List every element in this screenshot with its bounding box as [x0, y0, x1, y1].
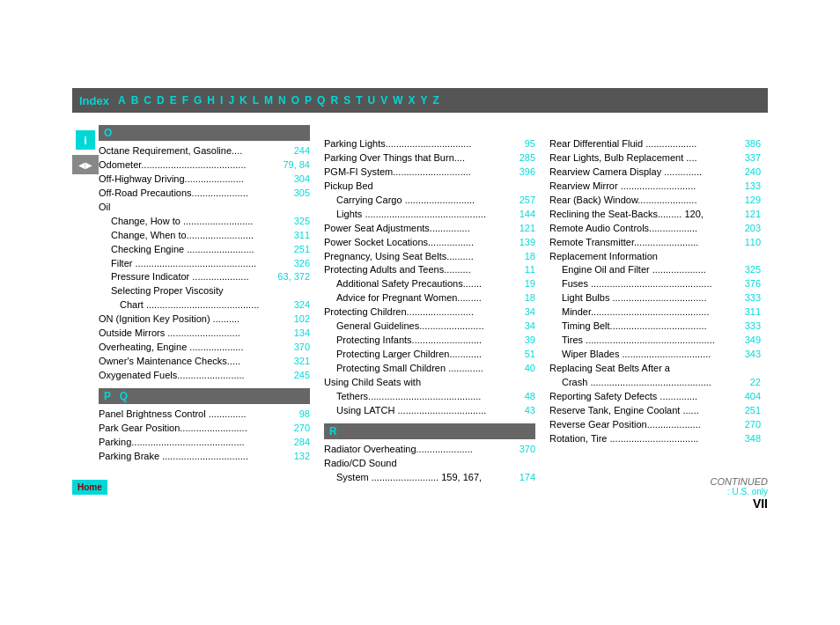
list-item: Off-Road Precautions....................…: [99, 187, 310, 201]
list-item: ON (Ignition Key Position) ..........102: [99, 312, 310, 327]
list-item: Fuses ..................................…: [549, 277, 761, 291]
column-2: Parking Lights..........................…: [317, 120, 542, 485]
list-item: Filter .................................…: [99, 257, 310, 271]
list-item: Engine Oil and Filter ..................…: [549, 263, 761, 277]
column-1: O Octane Requirement, Gasoline....244 Od…: [72, 120, 317, 485]
list-item: Advice for Pregnant Women.........18: [324, 291, 535, 305]
list-item: Outside Mirrors ........................…: [99, 327, 310, 341]
list-item: Overheating, Engine ....................…: [99, 341, 310, 355]
nav-letter-N[interactable]: N: [278, 94, 286, 107]
nav-letter-W[interactable]: W: [393, 94, 402, 107]
list-item: Crash ..................................…: [549, 376, 761, 390]
list-item: Off-Highway Driving.....................…: [99, 173, 310, 187]
nav-letter-P[interactable]: P: [305, 94, 312, 107]
list-item: Using LATCH ............................…: [324, 404, 535, 418]
nav-letter-G[interactable]: G: [194, 94, 202, 107]
nav-letter-Q[interactable]: Q: [317, 94, 325, 107]
nav-letter-D[interactable]: D: [157, 94, 165, 107]
nav-letter-J[interactable]: J: [228, 94, 234, 107]
list-item: Octane Requirement, Gasoline....244: [99, 144, 310, 158]
list-item: Park Gear Position......................…: [99, 422, 310, 436]
list-item: Change, When to.........................…: [99, 229, 310, 243]
nav-letter-R[interactable]: R: [330, 94, 338, 107]
list-item: Protecting Larger Children............51: [324, 348, 535, 362]
nav-letter-B[interactable]: B: [131, 94, 139, 107]
column-3: Rear Differential Fluid ................…: [542, 120, 768, 485]
top-nav-bar: Index ABCDEFGHIJKLMNOPQRSTUVWXYZ: [72, 88, 768, 113]
nav-letter-S[interactable]: S: [343, 94, 350, 107]
list-item: Additional Safety Precautions.......19: [324, 277, 535, 291]
list-item: Lights .................................…: [324, 208, 535, 222]
list-item: Parking Brake ..........................…: [99, 450, 310, 464]
list-item: Power Socket Locations.................1…: [324, 236, 535, 250]
list-item: Pressure Indicator .....................…: [99, 270, 310, 284]
list-item: Protecting Infants......................…: [324, 334, 535, 348]
list-item: Oil: [99, 201, 310, 215]
list-item: Parking Lights..........................…: [324, 137, 535, 151]
list-item: Reserve Tank, Engine Coolant ......251: [549, 404, 761, 418]
section-o-header: O: [99, 125, 310, 141]
list-item: Oxygenated Fuels........................…: [99, 369, 310, 383]
list-item: Protecting Small Children .............4…: [324, 362, 535, 376]
list-item: Parking.................................…: [99, 436, 310, 450]
info-icon[interactable]: i: [76, 130, 95, 150]
list-item: Wiper Blades ...........................…: [549, 348, 761, 362]
list-item: Selecting Proper Viscosity: [99, 284, 310, 298]
list-item: Change, How to .........................…: [99, 215, 310, 229]
list-item: Odometer................................…: [99, 158, 310, 173]
main-content: O Octane Requirement, Gasoline....244 Od…: [72, 120, 768, 485]
section-r-header: R: [324, 423, 535, 439]
nav-letter-C[interactable]: C: [144, 94, 151, 107]
nav-letter-H[interactable]: H: [207, 94, 215, 107]
nav-letter-O[interactable]: O: [291, 94, 299, 107]
list-item: General Guidelines......................…: [324, 320, 535, 334]
nav-letter-I[interactable]: I: [220, 94, 223, 107]
index-label: Index: [79, 94, 109, 107]
us-only-label: : U.S. only: [711, 487, 768, 496]
list-item: Tethers.................................…: [324, 390, 535, 404]
nav-letter-V[interactable]: V: [380, 94, 387, 107]
nav-letter-A[interactable]: A: [118, 94, 126, 107]
list-item: Carrying Cargo .........................…: [324, 194, 535, 208]
list-item: Radio/CD Sound: [324, 457, 535, 471]
list-item: Timing Belt.............................…: [549, 320, 761, 334]
nav-letter-L[interactable]: L: [253, 94, 259, 107]
nav-letter-M[interactable]: M: [264, 94, 273, 107]
list-item: Rearview Camera Display ..............24…: [549, 165, 761, 180]
alphabet-nav: ABCDEFGHIJKLMNOPQRSTUVWXYZ: [118, 94, 439, 107]
list-item: System ......................... 159, 16…: [324, 471, 535, 485]
list-item: Rear (Back) Window......................…: [549, 194, 761, 208]
home-button[interactable]: Home: [72, 480, 107, 495]
nav-letter-T[interactable]: T: [356, 94, 362, 107]
list-item: Owner's Maintenance Checks.....321: [99, 355, 310, 369]
list-item: Protecting Children.....................…: [324, 305, 535, 320]
nav-letter-F[interactable]: F: [182, 94, 188, 107]
list-item: Replacing Seat Belts After a: [549, 362, 761, 376]
list-item: Tires ..................................…: [549, 334, 761, 348]
list-item: Light Bulbs ............................…: [549, 291, 761, 305]
list-item: Rearview Mirror ........................…: [549, 180, 761, 194]
list-item: Reporting Safety Defects ..............4…: [549, 390, 761, 404]
list-item: Rear Lights, Bulb Replacement ....337: [549, 151, 761, 165]
nav-icon[interactable]: ◀▶: [72, 155, 99, 174]
list-item: Reclining the Seat-Backs......... 120,12…: [549, 208, 761, 222]
left-icons: i ◀▶: [72, 130, 99, 174]
nav-letter-K[interactable]: K: [239, 94, 247, 107]
list-item: Reverse Gear Position...................…: [549, 418, 761, 432]
list-item: Checking Engine ........................…: [99, 243, 310, 257]
list-item: PGM-FI System...........................…: [324, 165, 535, 180]
list-item: Power Seat Adjustments...............121: [324, 222, 535, 236]
list-item: Parking Over Things that Burn....285: [324, 151, 535, 165]
list-item: Panel Brightness Control ..............9…: [99, 408, 310, 422]
nav-letter-Z[interactable]: Z: [433, 94, 439, 107]
nav-letter-U[interactable]: U: [367, 94, 375, 107]
list-item: Using Child Seats with: [324, 376, 535, 390]
list-item: Remote Audio Controls..................2…: [549, 222, 761, 236]
list-item: Minder..................................…: [549, 305, 761, 320]
nav-letter-Y[interactable]: Y: [421, 94, 428, 107]
footer: CONTINUED : U.S. only VII: [711, 476, 768, 511]
nav-letter-E[interactable]: E: [170, 94, 177, 107]
nav-letter-X[interactable]: X: [409, 94, 416, 107]
list-item: Replacement Information: [549, 250, 761, 264]
list-item: Rear Differential Fluid ................…: [549, 137, 761, 151]
